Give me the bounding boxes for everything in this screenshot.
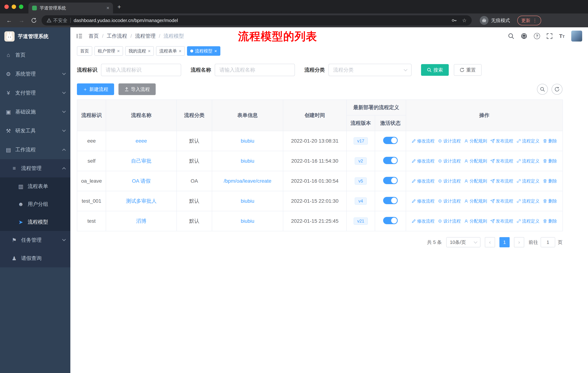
process-definition-link[interactable]: 流程定义 [516, 178, 539, 184]
active-toggle[interactable] [383, 197, 398, 204]
process-id-input[interactable] [101, 64, 181, 76]
modify-process-link[interactable]: 修改流程 [411, 158, 435, 164]
sidebar-item-payment[interactable]: ¥ 支付管理 [0, 83, 70, 102]
active-toggle[interactable] [383, 137, 398, 144]
modify-process-link[interactable]: 修改流程 [411, 218, 435, 224]
delete-link[interactable]: 删除 [543, 138, 557, 144]
delete-link[interactable]: 删除 [543, 198, 557, 204]
process-name-link[interactable]: OA 请假 [132, 178, 151, 184]
process-name-link[interactable]: eeee [136, 138, 147, 144]
sidebar-item-user-group[interactable]: ☻ 用户分组 [0, 195, 70, 213]
form-info-link[interactable]: biubiu [241, 198, 254, 204]
tag-close-icon[interactable]: × [148, 48, 151, 54]
sidebar-item-system[interactable]: ⚙ 系统管理 [0, 64, 70, 83]
reset-button[interactable]: 重置 [454, 64, 482, 76]
minimize-window-button[interactable] [12, 5, 16, 9]
sidebar-item-workflow[interactable]: ▤ 工作流程 [0, 140, 70, 159]
page-number-current[interactable]: 1 [499, 237, 510, 247]
goto-page-input[interactable] [541, 237, 555, 247]
form-info-link[interactable]: /bpm/oa/leave/create [224, 178, 271, 184]
process-name-link[interactable]: 测试多审批人 [126, 198, 157, 204]
delete-link[interactable]: 删除 [543, 158, 557, 164]
tag-close-icon[interactable]: × [179, 48, 181, 54]
process-definition-link[interactable]: 流程定义 [516, 198, 539, 204]
github-icon[interactable] [521, 33, 527, 39]
design-process-link[interactable]: 设计流程 [438, 178, 461, 184]
active-toggle[interactable] [383, 157, 398, 164]
publish-process-link[interactable]: 发布流程 [490, 198, 513, 204]
tag-close-icon[interactable]: × [117, 48, 120, 54]
tag-process-form[interactable]: 流程表单 × [156, 46, 185, 56]
fullscreen-icon[interactable] [547, 33, 552, 39]
breadcrumb-item[interactable]: 首页 [89, 33, 99, 40]
tag-my-process[interactable]: 我的流程 × [125, 46, 154, 56]
sidebar-item-dev-tools[interactable]: ⚒ 研发工具 [0, 121, 70, 140]
browser-update-button[interactable]: 更新 ⋮ [517, 16, 541, 25]
sidebar-item-infrastructure[interactable]: ▣ 基础设施 [0, 102, 70, 121]
key-icon[interactable] [452, 18, 457, 23]
sidebar-item-leave-query[interactable]: ♟ 请假查询 [0, 249, 70, 267]
delete-link[interactable]: 删除 [543, 178, 557, 184]
modify-process-link[interactable]: 修改流程 [411, 178, 435, 184]
reload-icon[interactable] [29, 16, 39, 25]
sidebar-item-process-model[interactable]: ➤ 流程模型 [0, 213, 70, 231]
assign-rule-link[interactable]: 分配规则 [464, 138, 487, 144]
publish-process-link[interactable]: 发布流程 [490, 178, 513, 184]
search-icon[interactable] [508, 33, 514, 39]
address-bar[interactable]: 不安全 dashboard.yudao.iocoder.cn/bpm/manag… [42, 15, 472, 26]
tab-close-icon[interactable]: × [106, 5, 109, 11]
form-info-link[interactable]: biubiu [241, 138, 254, 144]
version-badge[interactable]: v5 [355, 177, 367, 185]
breadcrumb-item[interactable]: 流程管理 [135, 33, 156, 40]
publish-process-link[interactable]: 发布流程 [490, 138, 513, 144]
category-select[interactable]: 流程分类 [328, 64, 411, 76]
bookmark-star-icon[interactable]: ☆ [462, 18, 467, 23]
font-size-icon[interactable]: TT [559, 33, 565, 39]
forward-icon[interactable]: → [17, 16, 26, 25]
next-page-button[interactable]: › [514, 237, 524, 247]
process-definition-link[interactable]: 流程定义 [516, 218, 539, 224]
process-definition-link[interactable]: 流程定义 [516, 158, 539, 164]
design-process-link[interactable]: 设计流程 [438, 138, 461, 144]
tag-close-icon[interactable]: × [214, 48, 217, 54]
close-window-button[interactable] [4, 5, 9, 9]
design-process-link[interactable]: 设计流程 [438, 218, 461, 224]
create-process-button[interactable]: ＋ 新建流程 [77, 83, 114, 95]
modify-process-link[interactable]: 修改流程 [411, 198, 435, 204]
version-badge[interactable]: v2 [355, 157, 367, 165]
new-tab-button[interactable]: + [117, 3, 121, 10]
page-size-select[interactable]: 10条/页 [446, 237, 481, 247]
app-logo[interactable]: 芋道管理系统 [0, 27, 70, 46]
design-process-link[interactable]: 设计流程 [438, 198, 461, 204]
sidebar-item-process-management[interactable]: ≡ 流程管理 [0, 159, 70, 177]
process-name-link[interactable]: 自己审批 [131, 158, 151, 164]
version-badge[interactable]: v21 [354, 217, 368, 225]
avatar[interactable] [571, 30, 582, 41]
import-process-button[interactable]: 导入流程 [118, 83, 156, 95]
active-toggle[interactable] [383, 177, 398, 184]
sidebar-item-process-form[interactable]: ▥ 流程表单 [0, 177, 70, 195]
publish-process-link[interactable]: 发布流程 [490, 218, 513, 224]
menu-fold-icon[interactable] [76, 33, 83, 39]
version-badge[interactable]: v4 [355, 197, 367, 205]
breadcrumb-item[interactable]: 工作流程 [107, 33, 127, 40]
assign-rule-link[interactable]: 分配规则 [464, 178, 487, 184]
tag-process-model[interactable]: 流程模型 × [187, 46, 220, 56]
design-process-link[interactable]: 设计流程 [438, 158, 461, 164]
browser-tab[interactable]: 芋道管理系统 × [28, 2, 113, 13]
security-status[interactable]: 不安全 [47, 17, 67, 24]
version-badge[interactable]: v17 [354, 137, 368, 145]
refresh-table-button[interactable] [552, 84, 562, 95]
modify-process-link[interactable]: 修改流程 [411, 138, 435, 144]
browser-menu-icon[interactable]: ⋮ [533, 18, 537, 23]
publish-process-link[interactable]: 发布流程 [490, 158, 513, 164]
assign-rule-link[interactable]: 分配规则 [464, 218, 487, 224]
form-info-link[interactable]: biubiu [241, 158, 254, 164]
zoom-window-button[interactable] [19, 5, 23, 9]
process-name-link[interactable]: 滔博 [136, 218, 146, 224]
assign-rule-link[interactable]: 分配规则 [464, 158, 487, 164]
prev-page-button[interactable]: ‹ [485, 237, 495, 247]
active-toggle[interactable] [383, 217, 398, 224]
tag-tenant-management[interactable]: 租户管理 × [94, 46, 123, 56]
assign-rule-link[interactable]: 分配规则 [464, 198, 487, 204]
